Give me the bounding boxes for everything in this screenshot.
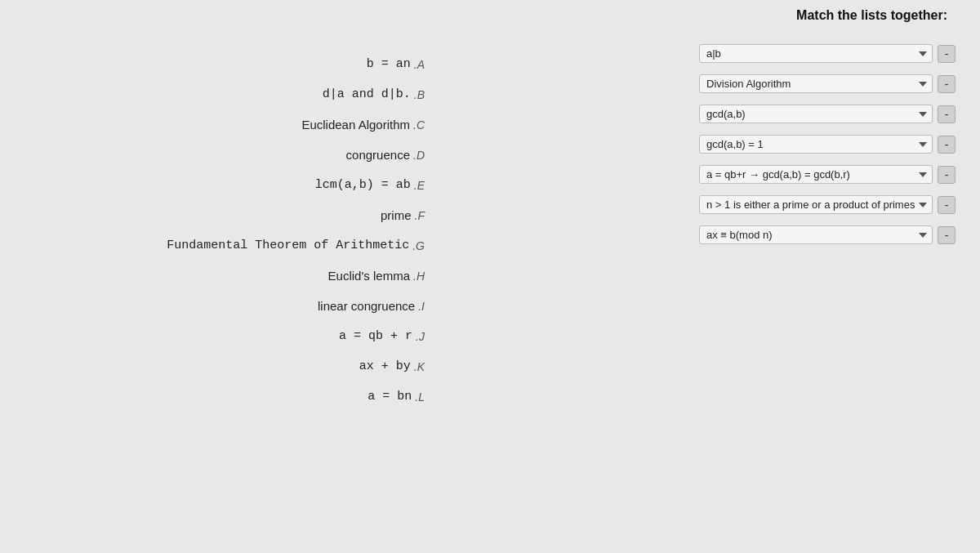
term-text-B: d|a and d|b. [323,87,411,101]
term-label-G: .G [412,239,425,252]
term-text-I: linear congruence [318,299,415,313]
match-select-wrapper-7: a|b Division Algorithm gcd(a,b) gcd(a,b)… [699,225,933,244]
match-select-wrapper-4: a|b Division Algorithm gcd(a,b) gcd(a,b)… [699,135,933,154]
match-select-3[interactable]: a|b Division Algorithm gcd(a,b) gcd(a,b)… [699,105,933,123]
term-row-K: ax + by .K [33,351,441,381]
term-row-L: a = bn .L [33,381,441,412]
match-row-1: a|b Division Algorithm gcd(a,b) gcd(a,b)… [441,39,956,68]
match-row-5: a|b Division Algorithm gcd(a,b) gcd(a,b)… [441,160,956,189]
match-select-5[interactable]: a|b Division Algorithm gcd(a,b) gcd(a,b)… [699,165,933,184]
match-row-2: a|b Division Algorithm gcd(a,b) gcd(a,b)… [441,69,956,98]
match-select-2[interactable]: a|b Division Algorithm gcd(a,b) gcd(a,b)… [699,74,933,93]
match-header: Match the lists together: [441,8,956,23]
dash-button-5[interactable]: - [938,166,956,184]
dash-button-3[interactable]: - [938,105,956,123]
term-row-I: linear congruence .I [33,291,441,321]
term-text-E: lcm(a,b) = ab [315,178,411,192]
match-row-7: a|b Division Algorithm gcd(a,b) gcd(a,b)… [441,221,956,249]
page-container: b = an .A d|a and d|b. .B Euclidean Algo… [0,0,980,553]
match-select-1[interactable]: a|b Division Algorithm gcd(a,b) gcd(a,b)… [699,44,933,63]
term-row-B: d|a and d|b. .B [33,79,441,109]
term-text-K: ax + by [359,359,411,373]
term-row-F: prime .F [33,200,441,230]
term-row-H: Euclid's lemma .H [33,261,441,291]
match-select-wrapper-6: a|b Division Algorithm gcd(a,b) gcd(a,b)… [699,195,933,214]
match-select-6[interactable]: a|b Division Algorithm gcd(a,b) gcd(a,b)… [699,195,933,214]
term-row-D: congruence .D [33,140,441,170]
term-label-J: .J [416,330,425,343]
term-label-D: .D [413,149,425,162]
term-text-H: Euclid's lemma [328,269,410,283]
match-row-3: a|b Division Algorithm gcd(a,b) gcd(a,b)… [441,100,956,128]
term-label-A: .A [414,58,425,71]
term-row-G: Fundamental Theorem of Arithmetic .G [33,230,441,261]
dash-button-7[interactable]: - [938,226,956,244]
dash-button-6[interactable]: - [938,196,956,214]
term-label-L: .L [415,390,425,404]
term-row-J: a = qb + r .J [33,321,441,351]
term-row-E: lcm(a,b) = ab .E [33,170,441,200]
match-select-wrapper-3: a|b Division Algorithm gcd(a,b) gcd(a,b)… [699,105,933,123]
match-select-wrapper-2: a|b Division Algorithm gcd(a,b) gcd(a,b)… [699,74,933,93]
dash-button-1[interactable]: - [938,45,956,63]
term-label-B: .B [414,88,425,101]
match-row-4: a|b Division Algorithm gcd(a,b) gcd(a,b)… [441,130,956,158]
term-label-K: .K [414,360,425,373]
match-select-wrapper-5: a|b Division Algorithm gcd(a,b) gcd(a,b)… [699,165,933,184]
term-label-E: .E [414,179,425,192]
match-rows: a|b Division Algorithm gcd(a,b) gcd(a,b)… [441,39,956,249]
left-column: b = an .A d|a and d|b. .B Euclidean Algo… [0,0,441,553]
term-text-G: Fundamental Theorem of Arithmetic [167,239,409,252]
match-select-4[interactable]: a|b Division Algorithm gcd(a,b) gcd(a,b)… [699,135,933,154]
term-row-C: Euclidean Algorithm .C [33,109,441,140]
dash-button-4[interactable]: - [938,136,956,154]
term-text-L: a = bn [368,390,412,404]
match-select-wrapper-1: a|b Division Algorithm gcd(a,b) gcd(a,b)… [699,44,933,63]
term-text-J: a = qb + r [339,329,412,343]
dash-button-2[interactable]: - [938,75,956,93]
term-text-D: congruence [346,148,410,162]
term-label-I: .I [418,300,425,313]
match-select-7[interactable]: a|b Division Algorithm gcd(a,b) gcd(a,b)… [699,225,933,244]
term-text-A: b = an [367,57,411,71]
term-text-F: prime [381,208,412,222]
term-row-A: b = an .A [33,49,441,79]
right-column: Match the lists together: a|b Division A… [441,0,980,553]
term-label-H: .H [413,270,425,283]
term-text-C: Euclidean Algorithm [301,118,410,132]
term-label-C: .C [413,118,425,132]
term-label-F: .F [415,209,425,222]
match-row-6: a|b Division Algorithm gcd(a,b) gcd(a,b)… [441,190,956,219]
